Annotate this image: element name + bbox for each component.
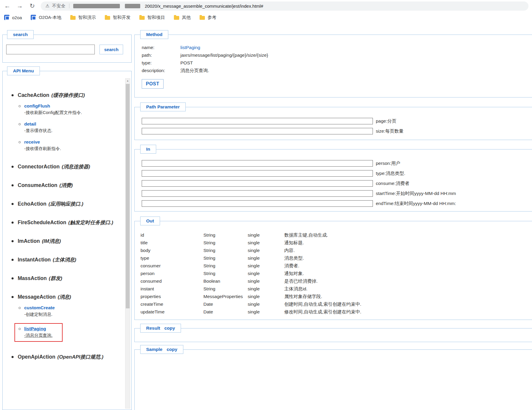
out-field-type: String [203, 247, 248, 254]
bookmark-folder-4[interactable]: 其他 [174, 15, 191, 20]
parameter-input[interactable] [142, 128, 373, 134]
action-name: ImAction [18, 238, 40, 244]
search-button[interactable]: search [99, 45, 123, 54]
method-type-row: type: POST [142, 59, 531, 67]
circle-bullet-icon [19, 328, 21, 330]
bullet-icon [12, 222, 14, 224]
out-field-name: id [141, 231, 203, 239]
search-panel: search search [2, 30, 132, 63]
table-row: id String single 数据库主键,自动生成. [141, 231, 531, 239]
parameter-label: startTime:开始时间yyyy-MM-dd HH:mm [376, 191, 456, 197]
method-link[interactable]: receive [24, 139, 61, 145]
folder-icon [105, 16, 110, 20]
out-legend: Out [140, 217, 160, 225]
scrollbar-thumb[interactable] [126, 84, 130, 308]
out-field-name: createTime [141, 300, 203, 308]
field-label: path: [142, 51, 180, 59]
out-field-description: 属性对象存储字段. [284, 293, 322, 300]
path-parameter-rows: page:分页 size:每页数量 [139, 113, 531, 134]
post-execute-button[interactable]: POST [142, 79, 164, 89]
bookmark-folder-1[interactable]: 智和演示 [70, 15, 96, 20]
out-field-cardinality: single [248, 262, 284, 270]
out-field-cardinality: single [248, 308, 284, 316]
out-field-type: Boolean [203, 277, 248, 285]
action-note: (应用响应接口.) [48, 201, 83, 207]
method-description: -接收刷新Config配置文件指令. [24, 110, 82, 115]
sample-copy-link[interactable]: copy [167, 347, 177, 352]
circle-bullet-icon [19, 105, 21, 107]
parameter-input[interactable] [142, 118, 373, 124]
result-copy-link[interactable]: copy [164, 326, 175, 331]
method-link[interactable]: listPaging [24, 326, 53, 331]
url-redaction [125, 4, 140, 8]
forward-icon[interactable]: → [16, 2, 24, 9]
method-item-receive[interactable]: receive -接收缓存刷新指令. [19, 139, 128, 152]
bullet-icon [12, 240, 14, 242]
url-bar[interactable]: ⚠ 不安全 20020/x_message_assemble_communica… [41, 1, 528, 11]
action-note: (主体消息) [53, 257, 76, 263]
bookmark-o2oa-local[interactable]: O2OA-本地 [31, 15, 61, 20]
action-group-connectoraction: ConnectorAction(消息连接器) [12, 163, 128, 170]
sample-panel: Sample copy [134, 345, 532, 410]
method-description: -接收缓存刷新指令. [24, 146, 61, 152]
table-row: type String single 消息类型. [141, 254, 531, 262]
bookmark-o2oa[interactable]: o2oa [4, 15, 22, 20]
o2oa-logo-icon [31, 15, 36, 20]
action-name: MassAction [18, 275, 47, 281]
table-row: body String single 内容. [141, 247, 531, 254]
method-link[interactable]: customCreate [24, 305, 55, 310]
scroll-up-icon[interactable]: ▲ [125, 79, 130, 83]
table-row: createTime Date single 创建时间,自动生成,索引创建在约束… [141, 300, 531, 308]
in-panel: In person:用户 type:消息类型. consume:消费者 [134, 145, 532, 211]
table-row: properties MessageProperties single 属性对象… [141, 293, 531, 300]
search-panel-legend: search [7, 30, 34, 39]
bookmark-folder-3[interactable]: 智和项目 [139, 15, 165, 20]
action-group-imaction: ImAction(IM消息) [12, 238, 128, 245]
out-field-name: instant [141, 285, 203, 293]
action-name: OpenApiAction [18, 354, 55, 360]
method-name-link[interactable]: listPaging [180, 44, 200, 51]
out-field-name: consumed [141, 277, 203, 285]
method-item-listpaging-selected[interactable]: listPaging -消息分页查询. [14, 323, 63, 342]
menu-scrollbar[interactable]: ▲ [125, 78, 130, 409]
circle-bullet-icon [19, 141, 21, 143]
action-name: MessageAction [18, 294, 56, 300]
parameter-input[interactable] [142, 160, 373, 167]
method-item-customcreate[interactable]: customCreate -创建定制消息. [19, 305, 128, 317]
method-name-row: name: listPaging [142, 44, 531, 51]
parameter-input[interactable] [142, 180, 373, 187]
back-icon[interactable]: ← [4, 2, 11, 9]
out-field-cardinality: single [248, 270, 284, 277]
parameter-input[interactable] [142, 170, 373, 177]
out-field-name: updateTime [141, 308, 203, 316]
method-description-row: description: 消息分页查询. [142, 67, 531, 74]
field-label: description: [142, 67, 180, 74]
action-note: (OpenAPI接口规范.) [57, 354, 103, 360]
bullet-icon [12, 259, 14, 261]
method-path-value: jaxrs/message/list/paging/{page}/size/{s… [180, 51, 268, 59]
bookmark-folder-2[interactable]: 智和开发 [105, 15, 130, 20]
reload-icon[interactable]: ↻ [28, 2, 36, 9]
bullet-icon [12, 166, 14, 168]
url-redaction [73, 4, 120, 8]
parameter-input[interactable] [142, 190, 373, 197]
method-link[interactable]: detail [24, 121, 53, 127]
out-field-description: 内容. [284, 247, 295, 254]
action-group-massaction: MassAction(群发) [12, 275, 128, 282]
search-input[interactable] [6, 45, 95, 54]
parameter-label: type:消息类型. [376, 170, 405, 177]
out-field-type: String [203, 231, 248, 239]
bookmark-folder-5[interactable]: 参考 [200, 15, 216, 20]
method-panel: Method name: listPaging path: jaxrs/mess… [134, 30, 532, 97]
method-link[interactable]: configFlush [24, 103, 82, 109]
action-note: (消息) [58, 294, 71, 300]
sample-title: Sample [146, 347, 162, 352]
url-text: 20020/x_message_assemble_communicate/jes… [145, 4, 263, 9]
action-group-consumeaction: ConsumeAction(消费) [12, 182, 128, 189]
method-item-detail[interactable]: detail -显示缓存状态. [19, 121, 128, 134]
out-field-description: 数据库主键,自动生成. [284, 231, 328, 239]
path-parameter-panel: Path Parameter page:分页 size:每页数量 [134, 102, 532, 140]
method-item-configflush[interactable]: configFlush -接收刷新Config配置文件指令. [19, 103, 128, 115]
parameter-input[interactable] [142, 200, 373, 207]
result-legend: Result copy [140, 324, 181, 333]
